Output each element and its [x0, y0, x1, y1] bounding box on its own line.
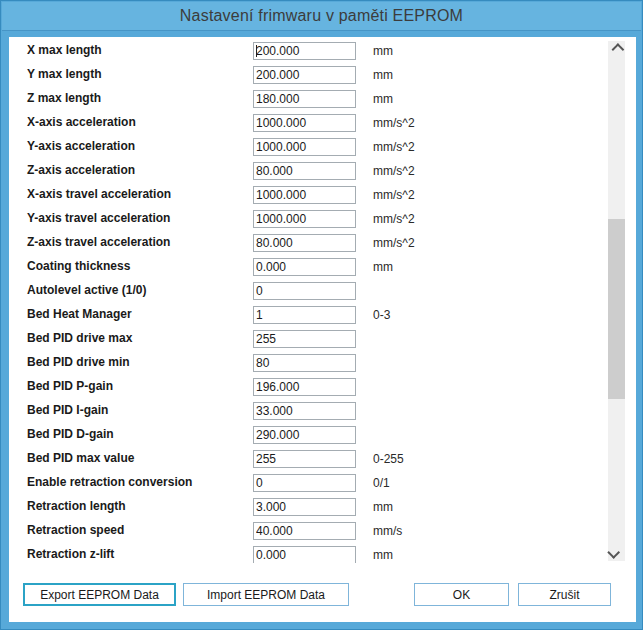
cancel-button[interactable]: Zrušit — [518, 583, 611, 606]
field-input[interactable] — [253, 426, 356, 444]
field-label: Y-axis acceleration — [27, 139, 135, 153]
field-input[interactable] — [253, 450, 356, 468]
field-row: X-axis travel acceleration mm/s^2 — [9, 183, 599, 207]
field-row: Y-axis acceleration mm/s^2 — [9, 135, 599, 159]
field-row: X-axis acceleration mm/s^2 — [9, 111, 599, 135]
vertical-scrollbar[interactable] — [608, 41, 625, 561]
field-row: Enable retraction conversion 0/1 — [9, 471, 599, 495]
field-row: Bed PID I-gain — [9, 399, 599, 423]
field-row: Coating thickness mm — [9, 255, 599, 279]
field-label: Z-axis acceleration — [27, 163, 135, 177]
fields-scroll-view: X max length mm Y max length mm Z max le… — [9, 37, 636, 563]
field-row: Retraction speed mm/s — [9, 519, 599, 543]
field-label: Autolevel active (1/0) — [27, 283, 146, 297]
scroll-down-button[interactable] — [608, 544, 625, 561]
dialog-title: Nastavení frimwaru v paměti EEPROM — [180, 7, 463, 25]
field-label: Bed PID D-gain — [27, 427, 114, 441]
field-input[interactable] — [253, 210, 356, 228]
field-unit: mm — [373, 548, 393, 562]
field-unit: mm/s^2 — [373, 140, 415, 154]
field-input[interactable] — [253, 66, 356, 84]
field-row: Bed PID D-gain — [9, 423, 599, 447]
field-input[interactable] — [253, 282, 356, 300]
field-unit: mm/s^2 — [373, 212, 415, 226]
field-input[interactable] — [253, 258, 356, 276]
field-unit: mm — [373, 68, 393, 82]
field-label: Bed PID max value — [27, 451, 134, 465]
field-input[interactable] — [253, 330, 356, 348]
field-row: Bed PID max value 0-255 — [9, 447, 599, 471]
field-row: Bed PID drive min — [9, 351, 599, 375]
chevron-up-icon — [612, 43, 625, 56]
field-input[interactable] — [253, 234, 356, 252]
scroll-up-button[interactable] — [608, 41, 625, 58]
field-label: Coating thickness — [27, 259, 130, 273]
field-row: Retraction length mm — [9, 495, 599, 519]
fields-list: X max length mm Y max length mm Z max le… — [9, 39, 599, 563]
field-label: Retraction z-lift — [27, 547, 114, 561]
field-input[interactable] — [253, 522, 356, 540]
field-label: X max length — [27, 43, 102, 57]
field-unit: mm — [373, 44, 393, 58]
field-input[interactable] — [253, 354, 356, 372]
field-unit: mm/s — [373, 524, 402, 538]
scrollbar-thumb[interactable] — [608, 219, 625, 399]
chevron-down-icon — [607, 546, 620, 559]
field-row: X max length mm — [9, 39, 599, 63]
field-unit: mm/s^2 — [373, 116, 415, 130]
field-label: Z-axis travel acceleration — [27, 235, 170, 249]
field-input[interactable] — [253, 546, 356, 563]
field-row: Bed Heat Manager 0-3 — [9, 303, 599, 327]
field-input[interactable] — [253, 402, 356, 420]
field-label: Y max length — [27, 67, 101, 81]
field-row: Autolevel active (1/0) — [9, 279, 599, 303]
field-label: Y-axis travel acceleration — [27, 211, 170, 225]
eeprom-settings-dialog: Nastavení frimwaru v paměti EEPROM X max… — [0, 0, 643, 630]
field-input[interactable] — [253, 162, 356, 180]
field-label: Bed PID I-gain — [27, 403, 108, 417]
field-unit: mm — [373, 92, 393, 106]
field-input[interactable] — [253, 114, 356, 132]
field-input[interactable] — [253, 306, 356, 324]
import-eeprom-button[interactable]: Import EEPROM Data — [183, 583, 349, 606]
field-input[interactable] — [253, 378, 356, 396]
field-unit: 0/1 — [373, 476, 390, 490]
field-unit: mm/s^2 — [373, 164, 415, 178]
field-row: Retraction z-lift mm — [9, 543, 599, 563]
field-unit: mm — [373, 260, 393, 274]
field-input[interactable] — [253, 186, 356, 204]
dialog-client-area: X max length mm Y max length mm Z max le… — [9, 37, 636, 622]
field-label: X-axis acceleration — [27, 115, 136, 129]
field-unit: mm — [373, 500, 393, 514]
field-label: Bed Heat Manager — [27, 307, 132, 321]
title-bar[interactable]: Nastavení frimwaru v paměti EEPROM — [2, 2, 641, 31]
field-input[interactable] — [253, 138, 356, 156]
field-unit: mm/s^2 — [373, 188, 415, 202]
field-unit: mm/s^2 — [373, 236, 415, 250]
field-label: Enable retraction conversion — [27, 475, 192, 489]
field-unit: 0-3 — [373, 308, 390, 322]
field-row: Y max length mm — [9, 63, 599, 87]
field-label: Z max length — [27, 91, 101, 105]
field-input[interactable] — [253, 90, 356, 108]
field-label: Bed PID drive min — [27, 355, 130, 369]
field-unit: 0-255 — [373, 452, 404, 466]
field-input[interactable] — [253, 42, 356, 60]
field-row: Z max length mm — [9, 87, 599, 111]
field-label: X-axis travel acceleration — [27, 187, 171, 201]
field-label: Retraction speed — [27, 523, 124, 537]
export-eeprom-button[interactable]: Export EEPROM Data — [23, 583, 176, 606]
field-input[interactable] — [253, 474, 356, 492]
ok-button[interactable]: OK — [414, 583, 509, 606]
field-label: Retraction length — [27, 499, 126, 513]
field-label: Bed PID P-gain — [27, 379, 113, 393]
field-input[interactable] — [253, 498, 356, 516]
field-row: Bed PID drive max — [9, 327, 599, 351]
field-row: Z-axis acceleration mm/s^2 — [9, 159, 599, 183]
field-label: Bed PID drive max — [27, 331, 132, 345]
field-row: Bed PID P-gain — [9, 375, 599, 399]
field-row: Z-axis travel acceleration mm/s^2 — [9, 231, 599, 255]
field-row: Y-axis travel acceleration mm/s^2 — [9, 207, 599, 231]
